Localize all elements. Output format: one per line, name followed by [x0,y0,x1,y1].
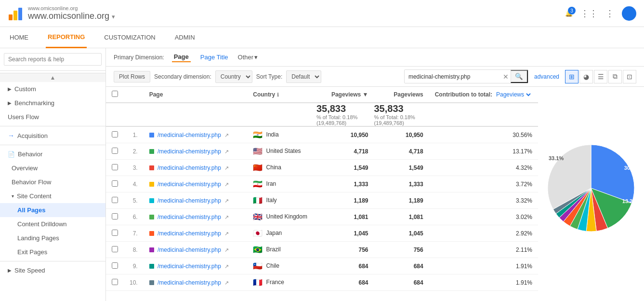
top-bar-left: www.omicsonline.org www.omicsonline.org … [8,5,115,21]
notification-bell[interactable]: 🔔 3 [565,10,573,17]
contribution-select[interactable]: Pageviews [494,91,532,98]
apps-grid-icon[interactable]: ⋮⋮ [580,8,598,19]
row-external-icon[interactable]: ↗ [224,263,229,269]
page-link[interactable]: /medicinal-chemistry.php [158,164,221,171]
nav-customization[interactable]: CUSTOMIZATION [102,27,157,48]
row-pageviews2: 1,081 [374,209,429,225]
sidebar-item-site-speed[interactable]: ▶ Site Speed [0,263,105,277]
sidebar-item-all-pages[interactable]: All Pages [0,203,105,217]
page-link[interactable]: /medicinal-chemistry.php [158,197,221,204]
row-external-icon[interactable]: ↗ [224,214,229,220]
header-pageviews2[interactable]: Pageviews [374,87,429,103]
header-country[interactable]: Country ℹ [247,87,316,103]
row-pageviews2: 1,045 [374,225,429,242]
sidebar-scroll-up[interactable]: ▲ [0,73,105,82]
sidebar-item-benchmarking[interactable]: ▶ Benchmarking [0,96,105,110]
sort-type-select[interactable]: Default [286,70,321,83]
page-link[interactable]: /medicinal-chemistry.php [158,246,221,253]
row-contribution: 3.32% [429,192,538,209]
site-domain-small: www.omicsonline.org [28,5,115,11]
secondary-dim-select[interactable]: Country [215,70,252,83]
dim-option-page-title[interactable]: Page Title [198,53,230,62]
sidebar-item-behavior-flow[interactable]: Behavior Flow [0,175,105,189]
row-external-icon[interactable]: ↗ [224,231,229,236]
page-link[interactable]: /medicinal-chemistry.php [158,230,221,237]
page-link[interactable]: /medicinal-chemistry.php [158,148,221,155]
search-go-button[interactable]: 🔍 [511,70,528,83]
sidebar-item-landing-pages[interactable]: Landing Pages [0,231,105,245]
list-view-button[interactable]: ☰ [594,70,607,83]
sidebar-item-exit-pages[interactable]: Exit Pages [0,245,105,259]
site-speed-arrow-icon: ▶ [8,268,12,273]
row-checkbox[interactable] [112,279,118,285]
header-page[interactable]: Page [144,87,248,103]
pie-label-india: 30.8% [624,165,639,171]
grid-view-button[interactable]: ⊞ [565,70,578,83]
row-checkbox[interactable] [112,246,118,252]
summary-pageviews1: 35,833 % of Total: 0.18% (19,489,768) [316,103,374,126]
sidebar-item-content-drilldown[interactable]: Content Drilldown [0,217,105,231]
dim-option-other[interactable]: Other ▾ [238,54,258,61]
row-country-cell: 🇨🇳 China [247,160,316,176]
dim-option-page[interactable]: Page [172,52,191,62]
sidebar-item-custom[interactable]: ▶ Custom [0,82,105,96]
page-link[interactable]: /medicinal-chemistry.php [158,181,221,188]
custom-arrow-icon: ▶ [8,86,12,92]
search-filter-input[interactable] [405,71,501,82]
select-all-checkbox[interactable] [112,91,118,97]
pivot-view-button[interactable]: ⊡ [623,70,636,83]
row-color-indicator [149,133,154,137]
site-name[interactable]: www.omicsonline.org ▾ [28,11,115,21]
pie-view-button[interactable]: ◕ [579,70,593,83]
row-checkbox[interactable] [112,213,118,219]
more-options-icon[interactable]: ⋮ [605,8,614,19]
sidebar-item-behavior-section[interactable]: 📄 Behavior [0,147,105,161]
page-link[interactable]: /medicinal-chemistry.php [158,263,221,270]
row-checkbox[interactable] [112,164,118,170]
svg-rect-2 [18,8,22,20]
pie-chart-svg [543,140,639,236]
row-external-icon[interactable]: ↗ [224,149,229,154]
row-pageviews1: 1,549 [316,160,374,176]
table-row: 5. /medicinal-chemistry.php ↗ 🇮🇹 Italy 1… [106,192,538,209]
sidebar-item-site-content[interactable]: ▾ Site Content [0,189,105,203]
row-contribution: 3.72% [429,176,538,192]
row-page-cell: /medicinal-chemistry.php ↗ [144,192,248,209]
nav-reporting[interactable]: REPORTING [46,27,87,48]
plot-rows-button[interactable]: Plot Rows [114,71,150,82]
page-link[interactable]: /medicinal-chemistry.php [158,279,221,286]
sidebar-item-users-flow[interactable]: Users Flow [0,110,105,124]
benchmarking-arrow-icon: ▶ [8,100,12,106]
search-input[interactable] [4,53,102,66]
sidebar-item-acquisition[interactable]: → Acquisition [0,128,105,143]
row-page-cell: /medicinal-chemistry.php ↗ [144,160,248,176]
compare-view-button[interactable]: ⧉ [608,70,622,83]
user-avatar[interactable] [622,6,636,21]
row-external-icon[interactable]: ↗ [224,247,229,253]
row-checkbox[interactable] [112,197,118,203]
row-checkbox[interactable] [112,180,118,187]
row-page-cell: /medicinal-chemistry.php ↗ [144,176,248,192]
nav-home[interactable]: HOME [8,27,30,48]
row-checkbox[interactable] [112,230,118,236]
row-external-icon[interactable]: ↗ [224,132,229,138]
page-link[interactable]: /medicinal-chemistry.php [158,214,221,220]
search-clear-icon[interactable]: ✕ [501,73,511,81]
row-checkbox[interactable] [112,148,118,154]
header-pageviews1[interactable]: Pageviews ▼ [316,87,374,103]
row-number: 8. [124,242,144,258]
row-checkbox[interactable] [112,131,118,137]
row-number: 2. [124,143,144,160]
row-external-icon[interactable]: ↗ [224,280,229,286]
advanced-link[interactable]: advanced [534,73,559,80]
table-header-row: Page Country ℹ Pageviews ▼ [106,87,538,103]
sidebar-item-overview[interactable]: Overview [0,161,105,175]
country-flag: 🇨🇳 [253,164,263,172]
row-checkbox[interactable] [112,262,118,269]
nav-admin[interactable]: ADMIN [173,27,197,48]
row-external-icon[interactable]: ↗ [224,165,229,171]
analytics-logo [8,6,23,21]
row-external-icon[interactable]: ↗ [224,181,229,187]
row-external-icon[interactable]: ↗ [224,198,229,204]
page-link[interactable]: /medicinal-chemistry.php [158,132,221,138]
